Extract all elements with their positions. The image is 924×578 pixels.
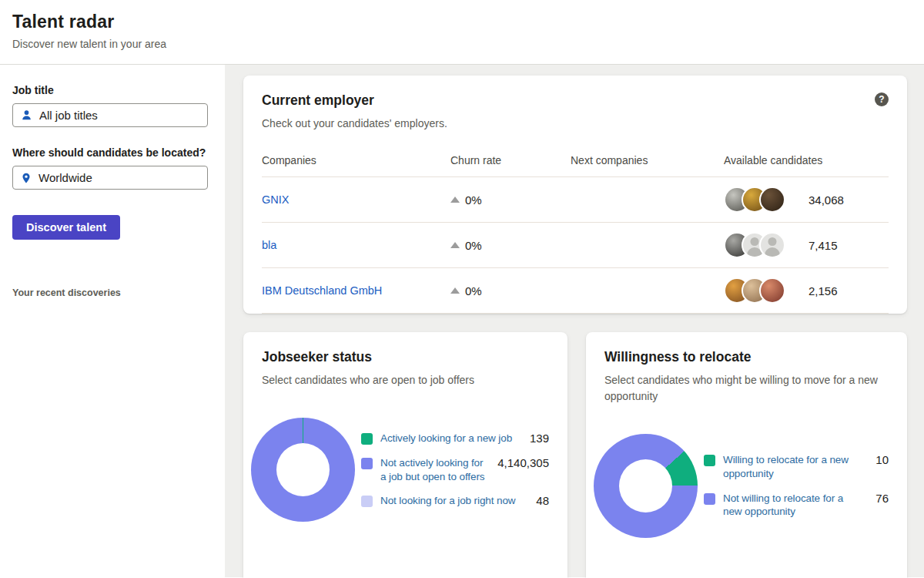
person-icon (21, 109, 32, 121)
column-header-churn-rate: Churn rate (450, 154, 571, 166)
candidates-count: 7,415 (808, 239, 838, 252)
candidates-count: 34,068 (808, 193, 844, 207)
employer-table: Companies Churn rate Next companies Avai… (262, 154, 889, 314)
avatar-placeholder (759, 232, 785, 258)
avatar-stack (724, 277, 788, 304)
avatar-photo (759, 187, 785, 213)
column-header-next-companies: Next companies (571, 154, 724, 166)
legend-item[interactable]: Not actively looking for a job but open … (361, 456, 549, 484)
location-label: Where should candidates be located? (12, 146, 213, 159)
table-row: bla 0% 7,415 (262, 223, 889, 268)
jobseeker-status-donut-chart[interactable] (251, 418, 355, 522)
legend-value: 48 (536, 494, 549, 507)
location-input[interactable] (12, 166, 208, 190)
talent-radar-page: Talent radar Discover new talent in your… (0, 0, 924, 578)
triangle-up-icon (450, 287, 460, 294)
legend-item[interactable]: Willing to relocate for a new opportunit… (704, 453, 889, 481)
employer-card-subtitle: Check out your candidates' employers. (262, 116, 447, 132)
legend-label: Not looking for a job right now (380, 494, 516, 508)
candidates-count: 2,156 (808, 284, 838, 297)
willingness-legend: Willing to relocate for a new opportunit… (704, 453, 889, 519)
job-title-label: Job title (12, 84, 213, 96)
column-header-available-candidates: Available candidates (724, 154, 889, 166)
column-header-companies: Companies (262, 154, 450, 166)
table-row: IBM Deutschland GmbH 0% 2,156 (262, 268, 889, 314)
churn-rate-value: 0% (465, 284, 482, 297)
triangle-up-icon (450, 242, 460, 248)
page-header: Talent radar Discover new talent in your… (0, 0, 924, 65)
legend-value: 4,140,305 (497, 456, 549, 469)
map-pin-icon (21, 172, 32, 184)
avatar-photo (759, 277, 785, 304)
company-link[interactable]: GNIX (262, 193, 450, 206)
legend-label: Willing to relocate for a new opportunit… (723, 453, 860, 481)
company-link[interactable]: IBM Deutschland GmbH (262, 284, 450, 297)
employer-table-body: GNIX 0% 34,068 bla 0% 7,415 IBM Deutschl… (262, 177, 889, 314)
discover-talent-button[interactable]: Discover talent (12, 215, 120, 240)
legend-swatch (704, 455, 715, 466)
legend-swatch (361, 496, 373, 507)
help-icon[interactable]: ? (875, 92, 889, 106)
jobseeker-status-legend: Actively looking for a new job139Not act… (361, 432, 549, 508)
table-row: GNIX 0% 34,068 (262, 177, 889, 223)
willingness-title: Willingness to relocate (604, 349, 889, 365)
avatar-stack (724, 232, 788, 258)
legend-value: 10 (875, 453, 889, 466)
jobseeker-status-title: Jobseeker status (262, 349, 549, 365)
churn-rate-value: 0% (465, 239, 482, 252)
current-employer-card: Current employer Check out your candidat… (243, 76, 907, 314)
legend-label: Not actively looking for a job but open … (380, 456, 490, 484)
main-content: Current employer Check out your candidat… (225, 65, 924, 577)
company-link[interactable]: bla (262, 239, 450, 251)
willingness-to-relocate-card: Willingness to relocate Select candidate… (586, 332, 907, 578)
page-subtitle: Discover new talent in your area (12, 38, 912, 50)
job-title-field[interactable] (39, 109, 199, 122)
legend-swatch (361, 458, 373, 469)
legend-label: Actively looking for a new job (380, 432, 512, 445)
legend-value: 76 (875, 492, 889, 505)
legend-swatch (704, 493, 715, 505)
employer-card-title: Current employer (262, 92, 447, 109)
page-title: Talent radar (12, 11, 912, 32)
avatar-stack (724, 187, 788, 213)
employer-table-header: Companies Churn rate Next companies Avai… (262, 154, 889, 177)
recent-discoveries-label: Your recent discoveries (12, 287, 213, 298)
legend-item[interactable]: Not willing to relocate for a new opport… (704, 492, 889, 519)
legend-swatch (361, 433, 373, 445)
legend-item[interactable]: Not looking for a job right now48 (361, 494, 549, 508)
filters-sidebar: Job title Where should candidates be loc… (0, 65, 225, 577)
jobseeker-status-card: Jobseeker status Select candidates who a… (243, 332, 567, 578)
churn-rate-value: 0% (465, 193, 482, 207)
job-title-input[interactable] (12, 103, 208, 127)
willingness-donut-chart[interactable] (594, 434, 698, 538)
triangle-up-icon (450, 197, 460, 203)
legend-value: 139 (530, 432, 549, 445)
legend-label: Not willing to relocate for a new opport… (723, 492, 860, 519)
jobseeker-status-subtitle: Select candidates who are open to job of… (262, 372, 549, 388)
willingness-subtitle: Select candidates who might be willing t… (604, 372, 889, 405)
legend-item[interactable]: Actively looking for a new job139 (361, 432, 549, 445)
location-field[interactable] (38, 171, 199, 184)
